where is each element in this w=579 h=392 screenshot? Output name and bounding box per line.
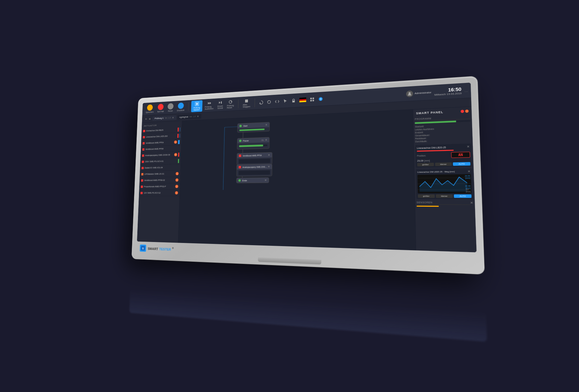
monitor-body: Speichern Not Halt Reset xyxy=(132,76,484,274)
sp-row-startzeit: Startzeit: xyxy=(415,123,471,128)
sp-programm-section: PROGRAMM Startzeit: Letztes Ausführen: xyxy=(415,115,471,143)
refresh-button[interactable] xyxy=(258,99,265,106)
einzel-schritt-button[interactable]: EinzelSchritt xyxy=(216,99,225,110)
svg-marker-2 xyxy=(208,102,209,104)
list-item[interactable]: 230V SME-PS-SCV-01 xyxy=(140,158,181,165)
svg-rect-16 xyxy=(310,98,312,99)
druckluft-button[interactable]: Druckluft xyxy=(175,101,186,112)
act-name: 12V SME-PS-5CV12 xyxy=(144,192,174,194)
sp-linearachse-title: Linearachse DM-LB20-25 ✕ xyxy=(417,145,470,150)
tab-ngnbghat-label: ngnbghat xyxy=(179,115,188,118)
brand-registered: ® xyxy=(172,247,174,249)
user-avatar xyxy=(406,90,413,97)
act-indicator xyxy=(143,142,145,144)
sp-chart-close[interactable]: ✕ xyxy=(467,170,471,173)
btn-grosser-chart[interactable]: größer xyxy=(418,194,435,198)
act-name: Analogausgang XME-OX04 00 xyxy=(145,154,173,157)
flow-pause-close[interactable]: ✕ xyxy=(265,138,267,141)
position-mm: 29,09 [mm] xyxy=(417,159,470,162)
connection-lines xyxy=(178,110,416,251)
flow-start-close[interactable]: ✕ xyxy=(265,123,268,126)
warning-icon: ⚠ xyxy=(287,247,291,252)
btn-auto-chart[interactable]: AUTO xyxy=(454,194,472,198)
alles-stoppen-button[interactable]: AllesStoppen xyxy=(241,98,252,109)
act-indicator xyxy=(141,186,143,188)
svg-line-23 xyxy=(223,127,224,190)
svg-marker-32 xyxy=(419,177,467,192)
more-options-button[interactable]: ... xyxy=(464,88,468,92)
tab-ngnbghat-close[interactable]: ✕ xyxy=(197,115,199,118)
sp-linearachse-close[interactable]: ✕ xyxy=(467,145,470,148)
tab-prufung1-version: Ver. 1.0 xyxy=(164,117,171,119)
svg-rect-5 xyxy=(221,101,222,103)
code-button[interactable] xyxy=(274,98,281,105)
flow-block-start[interactable]: Start ✕ xyxy=(237,122,270,133)
svg-text:?: ? xyxy=(320,97,322,101)
flow-analog-close[interactable]: ✕ xyxy=(268,165,270,168)
play-icon xyxy=(195,101,199,106)
act-indicator xyxy=(143,130,145,132)
position-value: 29,09 xyxy=(417,159,423,162)
pause-progress-fill xyxy=(239,145,263,147)
user-icon xyxy=(407,92,412,96)
sp-title: SMART PANEL xyxy=(416,110,444,115)
btn-auto[interactable]: AUTO xyxy=(453,162,470,166)
lock-button[interactable] xyxy=(290,97,297,104)
tab-prufung1-close[interactable]: ✕ xyxy=(172,116,174,119)
not-halt-button[interactable]: Not Halt xyxy=(156,103,165,113)
ventil-indicator xyxy=(239,154,241,157)
flow-green-dot-3 xyxy=(238,179,241,182)
not-halt-label: Not Halt xyxy=(157,110,164,112)
act-badge: 1 xyxy=(174,141,177,144)
sp-chart-area: 29.05[mm] 30.99[mm] 0.0[mm] xyxy=(417,174,471,193)
act-indicator xyxy=(141,179,143,182)
flag-button[interactable] xyxy=(299,96,307,103)
reset-button[interactable]: Reset xyxy=(166,102,175,113)
sp-label-endzeit: Endzeit: xyxy=(415,131,423,134)
btn-kleiner[interactable]: kleiner xyxy=(435,162,452,166)
canvas-area: Start ✕ Pause 01 xyxy=(178,110,416,251)
add-tab-button[interactable]: + xyxy=(144,117,148,121)
btn-grosser[interactable]: größer xyxy=(417,163,434,166)
einzel-schritt-label: EinzelSchritt xyxy=(217,105,223,109)
list-item[interactable]: Lift Babaise SMB-UX-01 1 xyxy=(140,170,180,177)
alles-stoppen-label: AllesStoppen xyxy=(243,103,250,108)
cursor-button[interactable] xyxy=(282,97,289,104)
flow-block-analog[interactable]: Analogausgang XME-OX04 01 ✕ xyxy=(237,164,272,176)
prufung-reset-button[interactable]: PrüfungReset xyxy=(226,99,236,110)
svg-rect-17 xyxy=(312,97,314,99)
act-name: Ventilbssel AME-PP08-02 xyxy=(144,179,175,181)
list-item[interactable]: Proportionalv AME-PP02-P 1 xyxy=(139,183,180,190)
svg-rect-19 xyxy=(312,100,314,101)
fast-forward-icon xyxy=(207,101,211,105)
list-item[interactable]: Ventilbssel AME-PP08-02 1 xyxy=(140,177,180,183)
prufung-starten-button[interactable]: PrüfungStarten xyxy=(191,100,203,112)
sync-button[interactable] xyxy=(266,98,272,105)
list-item[interactable]: Digital IO XME-IO1-04 xyxy=(140,164,181,171)
action-buttons-group: PrüfungStarten PrüfungAusführen EinzelSc… xyxy=(191,98,236,112)
tab-prufung1[interactable]: Prüfung 1 Ver. 1.0 ✕ xyxy=(152,115,176,121)
brand-text-label: SMART xyxy=(148,247,158,251)
act-bar xyxy=(178,159,179,163)
btn-kleiner-chart[interactable]: kleiner xyxy=(436,194,453,198)
position-unit: [mm] xyxy=(424,159,430,162)
flow-ventil-close[interactable]: ✕ xyxy=(268,153,270,157)
flow-block-ventil[interactable]: Ventilbssel AME-PP04 ✕ xyxy=(237,152,272,165)
prufung-ausfuhren-button[interactable]: PrüfungAusführen xyxy=(203,100,215,111)
tab-ngnbghat[interactable]: ngnbghat Ver. 1.0 ✕ xyxy=(177,114,201,119)
grid-button[interactable] xyxy=(309,96,316,103)
flow-ende-close[interactable]: ✕ xyxy=(265,179,267,182)
sp-row-letztes: Letztes Ausführen: xyxy=(415,126,471,131)
cursor-icon xyxy=(283,98,288,103)
list-item[interactable]: 12V SME-PS-5CV12 1 xyxy=(139,190,180,196)
ventil-content xyxy=(239,159,270,164)
position-value-group: AN xyxy=(451,152,470,158)
flow-block-ende[interactable]: Ende ✕ xyxy=(236,177,269,183)
sp-sensoren-close[interactable]: ✕ xyxy=(470,201,473,205)
right-panel: SMART PANEL PROGRAMM xyxy=(413,107,477,252)
chart-val-top: 29.05[mm] xyxy=(465,175,470,179)
help-button[interactable]: ? xyxy=(317,95,324,102)
flow-green-dot-2 xyxy=(239,140,241,142)
flow-block-pause[interactable]: Pause 01 ✕ xyxy=(237,137,269,150)
speichern-button[interactable]: Speichern xyxy=(144,103,155,114)
